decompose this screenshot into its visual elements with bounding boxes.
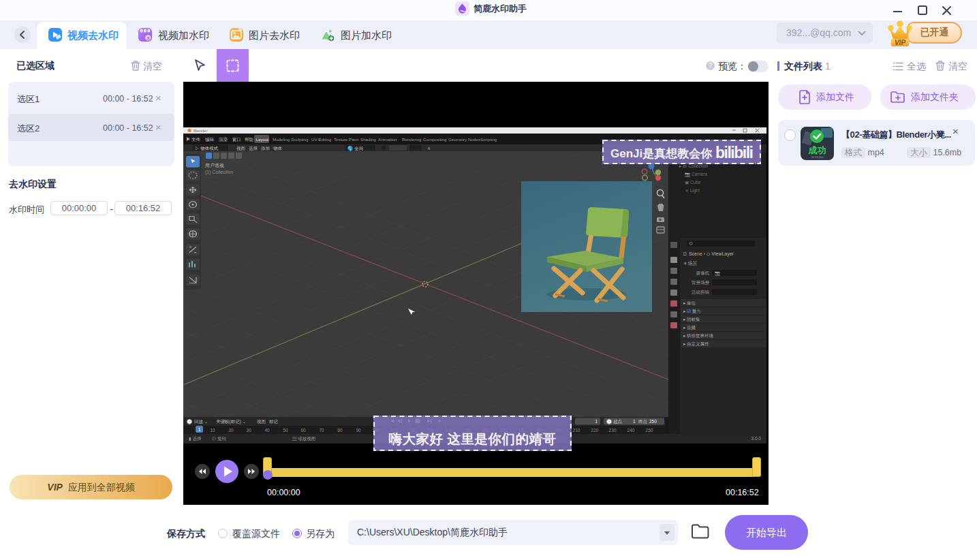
svg-text:帮助: 帮助	[245, 137, 253, 142]
svg-text:添加: 添加	[261, 146, 270, 151]
svg-text:250: 250	[649, 419, 657, 424]
svg-text:Compositing: Compositing	[423, 137, 447, 142]
svg-text:30: 30	[246, 428, 251, 433]
svg-text:90: 90	[356, 428, 361, 433]
svg-text:230: 230	[609, 428, 617, 433]
svg-text:Layout: Layout	[256, 137, 269, 142]
svg-text:编辑: 编辑	[205, 137, 215, 142]
svg-text:220: 220	[591, 428, 599, 433]
svg-text:40: 40	[264, 428, 270, 433]
svg-text:终点: 终点	[638, 419, 648, 424]
svg-text:水: 水	[145, 35, 151, 41]
svg-text:▸ 烘焙世界环境: ▸ 烘焙世界环境	[683, 333, 714, 339]
svg-text:Shading: Shading	[360, 137, 376, 142]
svg-text:▸ 固标集: ▸ 固标集	[683, 317, 700, 322]
svg-text:1: 1	[198, 427, 201, 432]
svg-text:活动剪辑: 活动剪辑	[692, 290, 710, 295]
svg-text:选择: 选择	[249, 146, 258, 151]
svg-text:物体: 物体	[273, 146, 283, 151]
svg-text:UV Editing: UV Editing	[311, 137, 332, 142]
svg-text:▸ ☑ 重力: ▸ ☑ 重力	[683, 309, 701, 313]
svg-text:起点: 起点	[613, 419, 623, 424]
svg-text:回放 ⌄: 回放 ⌄	[194, 419, 208, 424]
svg-text:☀ Light: ☀ Light	[685, 188, 700, 193]
svg-text:▸ 单位: ▸ 单位	[683, 300, 696, 305]
svg-text:摄像机: 摄像机	[696, 270, 710, 276]
svg-text:▸ 音频: ▸ 音频	[683, 325, 696, 330]
svg-text:70: 70	[319, 428, 324, 433]
svg-text:Scripting: Scripting	[480, 137, 497, 142]
svg-text:用户透视: 用户透视	[205, 163, 224, 168]
svg-text:🌎 全局: 🌎 全局	[347, 145, 363, 151]
svg-text:1: 1	[595, 419, 598, 424]
svg-text:关键帧(标记) ⌄: 关键帧(标记) ⌄	[216, 419, 246, 424]
svg-text:▸ 🗁 Collection: ▸ 🗁 Collection	[679, 164, 708, 168]
svg-text:60: 60	[300, 428, 306, 433]
svg-text:视图: 视图	[236, 146, 245, 151]
svg-text:Texture Paint: Texture Paint	[334, 137, 358, 142]
svg-text:bilibili: bilibili	[715, 144, 753, 161]
svg-text:Rendering: Rendering	[402, 137, 422, 142]
svg-text:1: 1	[633, 419, 636, 424]
svg-text:文件: 文件	[191, 137, 201, 142]
svg-text:▤ 缩放视图: ▤ 缩放视图	[292, 436, 315, 441]
svg-text:Geometry Nodes: Geometry Nodes	[448, 137, 480, 142]
svg-text:Modeling: Modeling	[273, 137, 290, 142]
svg-text:🕑: 🕑	[606, 418, 612, 424]
svg-text:背景场景: 背景场景	[692, 280, 710, 285]
svg-text:▾ 场景: ▾ 场景	[684, 261, 697, 266]
svg-text:3.0.0: 3.0.0	[751, 436, 762, 441]
svg-text:📷 Camera: 📷 Camera	[685, 171, 707, 177]
svg-text:📷: 📷	[715, 270, 721, 276]
svg-text:窗口: 窗口	[232, 137, 241, 142]
svg-text:Sculpting: Sculpting	[291, 137, 309, 142]
svg-text:240: 240	[627, 428, 635, 433]
svg-text:渲染: 渲染	[219, 137, 228, 142]
svg-text:标记: 标记	[268, 419, 279, 424]
svg-text:(1) Collection: (1) Collection	[205, 170, 233, 175]
svg-text:210: 210	[573, 428, 580, 433]
svg-text:▣ Cube: ▣ Cube	[685, 180, 701, 185]
svg-text:▮ 选择: ▮ 选择	[189, 436, 202, 441]
svg-text:80: 80	[337, 428, 343, 433]
svg-text:🗋 Scene › ◇ ViewLayer: 🗋 Scene › ◇ ViewLayer	[683, 251, 734, 257]
svg-text:▷ 物体模式: ▷ 物体模式	[195, 146, 219, 151]
svg-text:Animation: Animation	[378, 137, 397, 142]
svg-text:VIP: VIP	[895, 39, 905, 46]
svg-text:▸ 自定义属性: ▸ 自定义属性	[683, 341, 709, 347]
svg-text:🕑: 🕑	[187, 418, 193, 424]
svg-text:Blender: Blender	[193, 129, 208, 133]
svg-text:10: 10	[210, 428, 215, 433]
svg-text:20: 20	[228, 428, 234, 433]
svg-text:∧: ∧	[427, 146, 431, 151]
svg-text:250: 250	[646, 428, 653, 433]
svg-text:50: 50	[283, 428, 288, 433]
svg-text:◎ 旋转: ◎ 旋转	[212, 436, 227, 441]
svg-text:视图: 视图	[257, 419, 266, 424]
